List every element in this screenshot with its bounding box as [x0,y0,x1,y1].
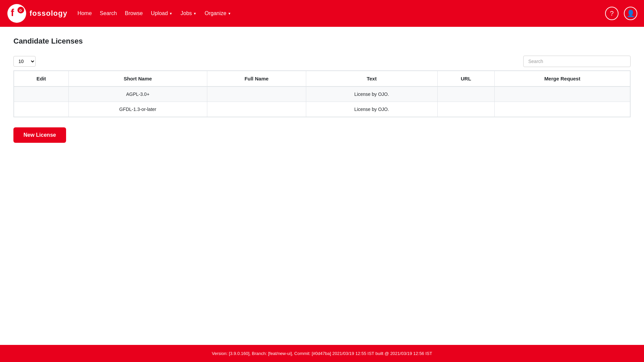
nav-jobs[interactable]: Jobs ▼ [180,10,197,16]
jobs-dropdown-arrow: ▼ [193,12,197,15]
footer: Version: [3.9.0.160], Branch: [feat/new-… [0,345,644,362]
nav-organize[interactable]: Organize ▼ [205,10,231,16]
user-icon: 👤 [627,9,635,17]
table-body: AGPL-3.0+License by OJO.GFDL-1.3-or-late… [14,86,630,117]
table-cell-0-0 [14,86,69,102]
upload-dropdown-arrow: ▼ [169,12,172,15]
table-cell-0-1: AGPL-3.0+ [68,86,207,102]
table-row: AGPL-3.0+License by OJO. [14,86,630,102]
table-cell-1-4 [437,102,494,117]
table-cell-1-3: License by OJO. [306,102,437,117]
table-wrapper: Edit Short Name Full Name Text URL Merge… [13,70,631,117]
page-title: Candidate Licenses [13,37,631,46]
help-icon: ? [610,10,613,17]
new-license-button[interactable]: New License [13,127,66,143]
navbar: f o fossology Home Search Browse Upload … [0,0,644,27]
col-header-short-name: Short Name [68,71,207,87]
table-cell-1-5 [494,102,630,117]
table-cell-1-0 [14,102,69,117]
col-header-edit: Edit [14,71,69,87]
col-header-full-name: Full Name [207,71,306,87]
table-cell-0-5 [494,86,630,102]
user-button[interactable]: 👤 [624,7,637,20]
table-cell-1-1: GFDL-1.3-or-later [68,102,207,117]
app-name: fossology [30,9,67,18]
svg-text:f: f [11,7,14,18]
navbar-right: ? 👤 [605,7,637,20]
table-cell-0-2 [207,86,306,102]
entries-select[interactable]: 10 25 50 100 [13,56,36,67]
col-header-url: URL [437,71,494,87]
nav-browse[interactable]: Browse [125,10,143,16]
organize-dropdown-arrow: ▼ [228,12,231,15]
table-cell-0-4 [437,86,494,102]
main-content: Candidate Licenses 10 25 50 100 Edit Sho… [0,27,644,345]
logo[interactable]: f o fossology [7,3,67,23]
data-table: Edit Short Name Full Name Text URL Merge… [14,71,630,117]
svg-text:o: o [19,8,22,13]
version-text: Version: [3.9.0.160], Branch: [feat/new-… [212,351,432,356]
nav-links: Home Search Browse Upload ▼ Jobs ▼ Organ… [77,10,231,16]
col-header-text: Text [306,71,437,87]
table-cell-0-3: License by OJO. [306,86,437,102]
table-controls: 10 25 50 100 [13,56,631,67]
col-header-merge-request: Merge Request [494,71,630,87]
svg-point-0 [7,4,26,23]
nav-upload[interactable]: Upload ▼ [151,10,173,16]
table-cell-1-2 [207,102,306,117]
table-row: GFDL-1.3-or-laterLicense by OJO. [14,102,630,117]
nav-home[interactable]: Home [77,10,92,16]
navbar-left: f o fossology Home Search Browse Upload … [7,3,231,23]
nav-search[interactable]: Search [100,10,117,16]
table-header-row: Edit Short Name Full Name Text URL Merge… [14,71,630,87]
search-input[interactable] [523,56,631,67]
help-button[interactable]: ? [605,7,619,20]
